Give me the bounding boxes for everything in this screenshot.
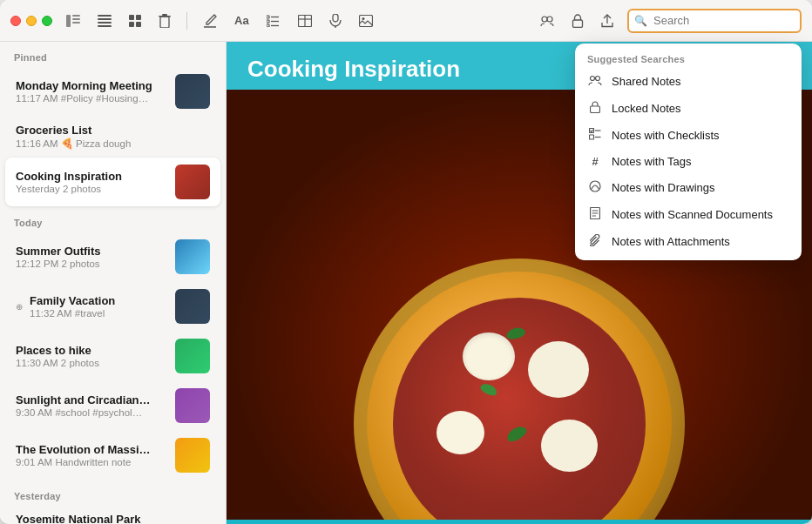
audio-button[interactable] xyxy=(326,10,345,31)
svg-rect-6 xyxy=(98,22,112,24)
search-container: 🔍 xyxy=(627,9,802,33)
svg-rect-11 xyxy=(136,22,141,27)
basil-2 xyxy=(479,381,499,397)
svg-rect-7 xyxy=(98,25,112,27)
note-title: Places to hike xyxy=(16,344,168,357)
note-item-summer-outfits[interactable]: Summer Outfits 12:12 PM 2 photos xyxy=(5,232,220,281)
pizza-sauce xyxy=(393,298,646,520)
note-meta: 11:30 AM 2 photos xyxy=(16,358,168,368)
dropdown-notes-tags[interactable]: # Notes with Tags xyxy=(575,149,802,174)
note-thumbnail xyxy=(175,388,210,423)
scanned-label: Notes with Scanned Documents xyxy=(612,208,773,221)
note-meta: 11:32 AM #travel xyxy=(30,308,168,319)
note-title: Yosemite National Park xyxy=(16,513,210,524)
new-note-button[interactable] xyxy=(200,10,220,31)
note-thumbnail xyxy=(175,239,210,274)
svg-point-25 xyxy=(542,17,547,22)
note-item-cooking-inspiration[interactable]: Cooking Inspiration Yesterday 2 photos xyxy=(5,158,220,206)
share-indicator: ⊕ xyxy=(16,302,23,312)
note-info: Sunlight and Circadian… 9:30 AM #school … xyxy=(16,393,168,418)
pizza-crust xyxy=(367,272,672,520)
locked-notes-icon xyxy=(587,101,603,116)
yesterday-label: Yesterday xyxy=(0,480,226,505)
svg-point-29 xyxy=(596,77,600,81)
sidebar-toggle-button[interactable] xyxy=(63,11,84,30)
media-button[interactable] xyxy=(355,11,376,30)
delete-button[interactable] xyxy=(155,10,174,31)
note-info: Monday Morning Meeting 11:17 AM #Policy … xyxy=(16,79,168,104)
note-item-family-vacation[interactable]: ⊕ Family Vacation 11:32 AM #travel xyxy=(5,282,220,331)
svg-rect-4 xyxy=(98,15,112,17)
fullscreen-button[interactable] xyxy=(42,16,52,26)
note-thumbnail xyxy=(175,289,210,324)
checklists-icon xyxy=(587,128,603,143)
list-view-button[interactable] xyxy=(94,11,115,30)
note-item-monday-meeting[interactable]: Monday Morning Meeting 11:17 AM #Policy … xyxy=(5,67,220,116)
search-dropdown: Suggested Searches Shared Notes Locked N… xyxy=(575,44,802,260)
format-button[interactable]: Aa xyxy=(231,10,253,30)
svg-rect-14 xyxy=(160,17,169,28)
note-title: Family Vacation xyxy=(30,294,168,307)
note-thumbnail xyxy=(175,438,210,473)
search-input[interactable] xyxy=(627,9,802,33)
lock-button[interactable] xyxy=(568,10,587,31)
note-thumbnail xyxy=(175,165,210,199)
svg-rect-1 xyxy=(72,15,80,17)
collaborate-button[interactable] xyxy=(537,11,558,30)
note-item-yosemite[interactable]: Yosemite National Park xyxy=(5,506,220,524)
note-meta: 12:12 PM 2 photos xyxy=(16,259,168,269)
attachments-icon xyxy=(587,234,603,249)
tags-label: Notes with Tags xyxy=(612,155,692,168)
drawings-icon xyxy=(587,180,603,195)
note-item-evolution[interactable]: The Evolution of Massi… 9:01 AM Handwrit… xyxy=(5,431,220,480)
svg-rect-8 xyxy=(129,15,134,20)
note-item-sunlight[interactable]: Sunlight and Circadian… 9:30 AM #school … xyxy=(5,381,220,430)
grid-view-button[interactable] xyxy=(125,11,145,30)
dropdown-locked-notes[interactable]: Locked Notes xyxy=(575,95,802,122)
scanned-icon xyxy=(587,207,603,222)
dropdown-notes-attachments[interactable]: Notes with Attachments xyxy=(575,228,802,255)
svg-rect-5 xyxy=(98,18,112,20)
svg-point-24 xyxy=(362,17,364,20)
svg-rect-16 xyxy=(267,20,269,23)
note-info: Summer Outfits 12:12 PM 2 photos xyxy=(16,245,168,269)
svg-rect-13 xyxy=(162,14,167,16)
minimize-button[interactable] xyxy=(26,16,37,26)
mozzarella-2 xyxy=(528,341,589,398)
checklists-label: Notes with Checklists xyxy=(612,129,720,142)
table-button[interactable] xyxy=(294,11,315,30)
note-thumbnail xyxy=(175,74,210,109)
svg-rect-17 xyxy=(267,24,269,27)
sidebar: Pinned Monday Morning Meeting 11:17 AM #… xyxy=(0,42,227,524)
dropdown-shared-notes[interactable]: Shared Notes xyxy=(575,68,802,95)
mozzarella-4 xyxy=(541,420,598,472)
note-meta: Yesterday 2 photos xyxy=(16,184,168,194)
note-item-groceries[interactable]: Groceries List 11:16 AM 🍕 Pizza dough xyxy=(5,117,220,157)
note-item-places-hike[interactable]: Places to hike 11:30 AM 2 photos xyxy=(5,332,220,380)
share-button[interactable] xyxy=(598,10,617,31)
attachments-label: Notes with Attachments xyxy=(612,235,730,248)
svg-rect-9 xyxy=(136,15,141,20)
checklist-button[interactable] xyxy=(263,11,284,30)
note-title: Groceries List xyxy=(16,124,210,137)
dropdown-section-label: Suggested Searches xyxy=(575,49,802,68)
locked-notes-label: Locked Notes xyxy=(612,102,681,115)
close-button[interactable] xyxy=(10,16,21,26)
note-meta: 11:17 AM #Policy #Housing… xyxy=(16,93,168,104)
dropdown-notes-scanned[interactable]: Notes with Scanned Documents xyxy=(575,201,802,228)
search-icon: 🔍 xyxy=(634,15,647,27)
basil-1 xyxy=(505,326,526,340)
dropdown-notes-drawings[interactable]: Notes with Drawings xyxy=(575,174,802,201)
shared-notes-label: Shared Notes xyxy=(612,75,681,88)
dropdown-notes-checklists[interactable]: Notes with Checklists xyxy=(575,122,802,149)
svg-rect-33 xyxy=(590,135,594,139)
svg-rect-0 xyxy=(66,15,71,27)
svg-rect-3 xyxy=(72,22,80,24)
mozzarella-1 xyxy=(463,333,515,380)
mozzarella-3 xyxy=(436,411,484,454)
svg-rect-30 xyxy=(591,106,600,113)
note-title: The Evolution of Massi… xyxy=(16,443,168,456)
svg-point-26 xyxy=(547,17,552,22)
note-info: Yosemite National Park xyxy=(16,513,210,524)
note-title: Cooking Inspiration xyxy=(16,170,168,183)
